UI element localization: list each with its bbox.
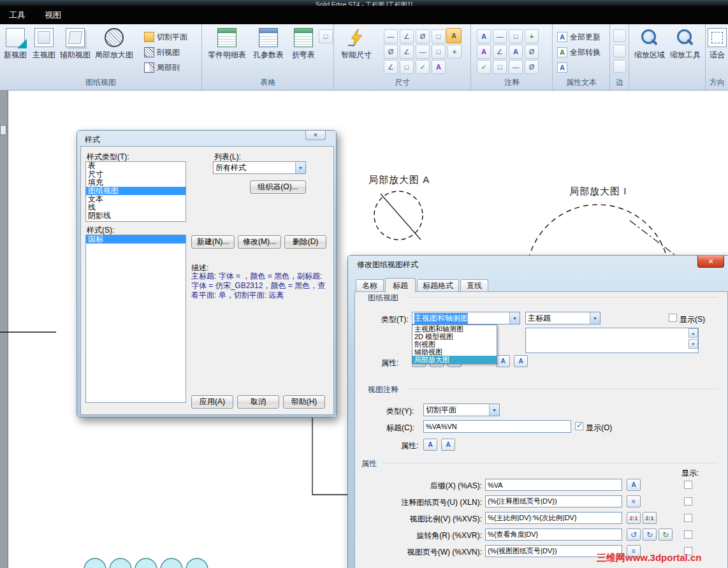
- dropdown-option[interactable]: 辅助视图: [412, 348, 497, 356]
- style-type-item[interactable]: 阴影线: [86, 212, 186, 220]
- annotation-tool-icon[interactable]: [477, 45, 491, 59]
- annotation-type-combobox[interactable]: 切割平面: [423, 404, 500, 416]
- tab-line[interactable]: 直线: [460, 279, 488, 292]
- dimension-tool-icon[interactable]: [400, 29, 414, 43]
- smart-dimension-button[interactable]: 智能尺寸: [338, 28, 375, 74]
- edge-tool-icon[interactable]: [613, 60, 626, 73]
- dimension-tool-icon[interactable]: [400, 60, 414, 74]
- organizer-button[interactable]: 组织器(O)...: [250, 180, 306, 194]
- view-type-combobox[interactable]: 主视图和轴测图: [412, 312, 520, 324]
- property-text-button[interactable]: [627, 495, 641, 507]
- dimension-tool-icon[interactable]: [384, 29, 398, 43]
- chevron-down-icon[interactable]: [509, 312, 520, 324]
- cutting-plane-button[interactable]: 切割平面: [144, 31, 187, 43]
- style-item-selected[interactable]: 国标: [86, 235, 186, 244]
- chevron-down-icon[interactable]: [590, 312, 600, 324]
- table-extra-tool-button[interactable]: [319, 29, 333, 43]
- spin-down-icon[interactable]: [688, 339, 698, 349]
- rotate-ccw-icon-button[interactable]: [627, 528, 641, 541]
- dropdown-option[interactable]: 主视图和轴测图: [412, 325, 497, 333]
- style-dialog-close-button[interactable]: [305, 131, 326, 140]
- zoom-area-button[interactable]: 缩放区域: [632, 28, 667, 74]
- annotation-caption-input[interactable]: [423, 420, 571, 433]
- annotation-tool-icon[interactable]: [477, 60, 491, 74]
- dimension-tool-icon[interactable]: [432, 60, 446, 74]
- property-text-tool-button[interactable]: [557, 61, 570, 74]
- section-view-button[interactable]: 剖视图: [144, 46, 180, 59]
- apply-button[interactable]: 应用(A): [191, 395, 233, 409]
- dropdown-option-highlighted[interactable]: 局部放大图: [412, 356, 497, 363]
- zoom-tool-button[interactable]: 缩放工具: [668, 28, 703, 74]
- cancel-button[interactable]: 取消: [237, 395, 279, 409]
- annotation-tool-icon[interactable]: [493, 60, 507, 74]
- annotation-tool-icon[interactable]: [509, 60, 523, 74]
- modify-dialog-close-button[interactable]: [697, 256, 724, 268]
- hole-table-button[interactable]: 孔参数表: [250, 28, 287, 74]
- list-filter-combobox[interactable]: 所有样式: [213, 161, 306, 174]
- tab-name[interactable]: 名称: [356, 279, 384, 292]
- dimension-tool-icon[interactable]: [432, 45, 446, 59]
- menu-tools[interactable]: 工具: [9, 10, 25, 21]
- convert-all-button[interactable]: 全部转换: [557, 46, 601, 59]
- dimension-tool-icon[interactable]: [400, 45, 414, 59]
- edge-tool-icon[interactable]: [613, 29, 626, 42]
- delete-style-button[interactable]: 删除(D): [284, 235, 326, 249]
- new-style-button[interactable]: 新建(N)...: [191, 235, 235, 249]
- show-caption-checkbox[interactable]: [669, 314, 677, 322]
- scale-format-button[interactable]: 2:1: [627, 512, 641, 524]
- rotate-cw-icon-button[interactable]: [643, 528, 657, 541]
- show-annotation-sheet-number-checkbox[interactable]: [684, 497, 692, 506]
- dropdown-option[interactable]: 2D 模型视图: [412, 333, 497, 340]
- tab-caption-format[interactable]: 标题格式: [417, 279, 459, 292]
- property-text-button[interactable]: [441, 439, 455, 451]
- bend-table-button[interactable]: 折弯表: [288, 28, 319, 74]
- property-text-button[interactable]: [496, 355, 510, 367]
- dimension-tool-highlighted-icon[interactable]: [446, 28, 462, 43]
- dimension-tool-icon[interactable]: [448, 45, 462, 59]
- modify-style-button[interactable]: 修改(M)...: [238, 235, 281, 249]
- chevron-down-icon[interactable]: [295, 162, 305, 173]
- edge-tool-icon[interactable]: [613, 45, 626, 57]
- view-scale-input[interactable]: [485, 512, 622, 524]
- annotation-tool-icon[interactable]: [477, 29, 491, 43]
- annotation-tool-icon[interactable]: [525, 29, 539, 43]
- menu-view[interactable]: 视图: [45, 10, 61, 21]
- update-all-button[interactable]: 全部更新: [557, 31, 601, 43]
- rotate-update-icon-button[interactable]: [659, 528, 673, 541]
- annotation-tool-icon[interactable]: [493, 29, 507, 43]
- dimension-tool-icon[interactable]: [384, 60, 398, 74]
- annotation-tool-icon[interactable]: [525, 60, 539, 74]
- principal-view-button[interactable]: 主视图: [31, 28, 57, 74]
- rotation-angle-input[interactable]: [485, 528, 622, 541]
- dropdown-option[interactable]: 剖视图: [412, 340, 497, 348]
- annotation-tool-icon[interactable]: [493, 45, 507, 59]
- suffix-input[interactable]: [485, 479, 622, 491]
- help-button[interactable]: 帮助(H): [283, 395, 325, 409]
- new-view-button[interactable]: 新视图: [1, 28, 29, 74]
- annotation-tool-icon[interactable]: [509, 45, 523, 59]
- annotation-tool-icon[interactable]: [509, 29, 523, 43]
- parts-list-button[interactable]: 零件明细表: [207, 28, 247, 74]
- dimension-tool-icon[interactable]: [416, 29, 430, 43]
- annotation-tool-icon[interactable]: [525, 45, 539, 59]
- annotation-sheet-number-input[interactable]: [485, 495, 622, 507]
- property-text-button[interactable]: [627, 479, 641, 491]
- show-view-scale-checkbox[interactable]: [684, 514, 692, 522]
- dimension-tool-icon[interactable]: [416, 45, 430, 59]
- dimension-tool-icon[interactable]: [432, 29, 446, 43]
- caption-style-combobox[interactable]: 主标题: [525, 312, 601, 324]
- dimension-tool-icon[interactable]: [416, 60, 430, 74]
- spin-up-icon[interactable]: [688, 328, 698, 338]
- show-annotation-checkbox[interactable]: [575, 422, 583, 430]
- dimension-tool-icon[interactable]: [384, 45, 398, 59]
- scale-format-button[interactable]: 2:1: [643, 512, 657, 524]
- auxiliary-view-button[interactable]: 辅助视图: [59, 28, 92, 74]
- show-suffix-checkbox[interactable]: [684, 481, 692, 489]
- caption-text-area[interactable]: [525, 328, 699, 353]
- detail-view-button[interactable]: 局部放大图: [93, 28, 135, 74]
- view-type-dropdown-list[interactable]: 主视图和轴测图 2D 模型视图 剖视图 辅助视图 局部放大图: [412, 324, 497, 364]
- show-rotation-angle-checkbox[interactable]: [684, 530, 692, 539]
- broken-section-button[interactable]: 局部剖: [144, 61, 180, 74]
- property-text-button[interactable]: [423, 439, 437, 451]
- property-text-button[interactable]: [514, 355, 528, 367]
